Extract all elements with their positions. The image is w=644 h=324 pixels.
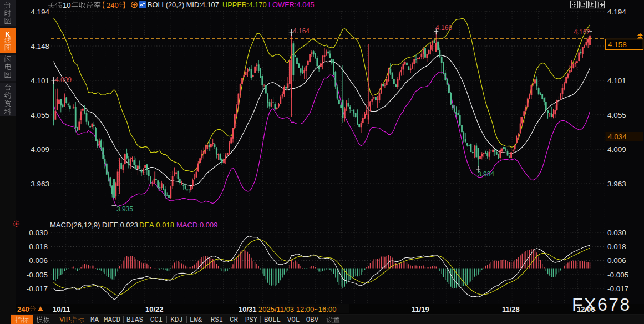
svg-text:4.166: 4.166 — [435, 24, 452, 32]
svg-text:4.009: 4.009 — [31, 145, 49, 154]
svg-text:MACD: MACD — [104, 316, 120, 324]
svg-text:10/31: 10/31 — [239, 305, 257, 313]
svg-text:MA: MA — [90, 316, 99, 324]
svg-text:0.006: 0.006 — [29, 256, 48, 265]
svg-text:240: 240 — [17, 305, 29, 313]
svg-text:-0.017: -0.017 — [27, 285, 48, 293]
svg-text:MACD(26,12,9) DIFF:0.023: MACD(26,12,9) DIFF:0.023 — [50, 221, 138, 229]
svg-text:11/28: 11/28 — [502, 305, 520, 313]
svg-text:0.030: 0.030 — [607, 229, 626, 237]
svg-text:-0.005: -0.005 — [27, 271, 48, 279]
svg-text:3.963: 3.963 — [31, 180, 49, 188]
svg-text:2025/11/03 12:00~16:00 —: 2025/11/03 12:00~16:00 — — [258, 305, 346, 313]
svg-text:0.030: 0.030 — [29, 229, 48, 237]
svg-text:RSI: RSI — [211, 316, 224, 324]
svg-text:4.101: 4.101 — [31, 77, 49, 85]
svg-text:-0.005: -0.005 — [607, 271, 628, 279]
svg-text:MACD:0.009: MACD:0.009 — [176, 221, 217, 229]
svg-text:0.018: 0.018 — [29, 242, 48, 251]
svg-text:LW&: LW& — [190, 316, 202, 324]
svg-text:PSY: PSY — [245, 316, 258, 324]
svg-text:-0.017: -0.017 — [607, 285, 628, 293]
svg-text:4.164: 4.164 — [293, 27, 310, 35]
svg-text:0.006: 0.006 — [607, 256, 626, 265]
svg-text:10: 10 — [63, 1, 70, 9]
svg-text:BIAS: BIAS — [126, 316, 143, 324]
svg-text:CCI: CCI — [150, 316, 163, 324]
svg-text:4.162: 4.162 — [574, 28, 590, 36]
svg-text:VIP: VIP — [59, 316, 70, 323]
svg-text:4.194: 4.194 — [31, 8, 49, 16]
svg-text:4.101: 4.101 — [607, 77, 626, 85]
svg-text:BOLL(20,2) MID:4.107: BOLL(20,2) MID:4.107 — [148, 1, 219, 9]
svg-text:3.963: 3.963 — [607, 180, 626, 188]
svg-text:0.018: 0.018 — [607, 242, 626, 251]
svg-text:OBV: OBV — [306, 316, 319, 324]
svg-text:240: 240 — [107, 1, 119, 9]
svg-text:4.148: 4.148 — [31, 42, 49, 50]
svg-text:UPPER:4.170: UPPER:4.170 — [222, 1, 267, 9]
svg-text:4.194: 4.194 — [607, 8, 626, 16]
svg-text:4.055: 4.055 — [31, 111, 49, 119]
svg-text:VOL: VOL — [287, 316, 300, 324]
svg-text:KDJ: KDJ — [170, 316, 183, 324]
svg-text:CR: CR — [230, 316, 239, 324]
svg-text:DEA:0.018: DEA:0.018 — [139, 221, 174, 229]
svg-text:3.935: 3.935 — [116, 205, 133, 213]
svg-text:4.099: 4.099 — [55, 76, 72, 84]
svg-text:3.984: 3.984 — [478, 170, 494, 178]
svg-text:4.158: 4.158 — [608, 40, 627, 49]
svg-text:4.009: 4.009 — [607, 145, 626, 154]
svg-text:11/19: 11/19 — [412, 305, 429, 313]
svg-text:FX678: FX678 — [572, 295, 631, 315]
svg-text:10/11: 10/11 — [53, 305, 70, 313]
svg-text:LOWER:4.045: LOWER:4.045 — [268, 1, 315, 9]
svg-text:4.034: 4.034 — [608, 133, 627, 141]
svg-text:BOLL: BOLL — [264, 316, 281, 324]
svg-text:K: K — [5, 31, 10, 38]
svg-text:4.055: 4.055 — [607, 111, 626, 119]
svg-text:10/22: 10/22 — [145, 305, 164, 313]
